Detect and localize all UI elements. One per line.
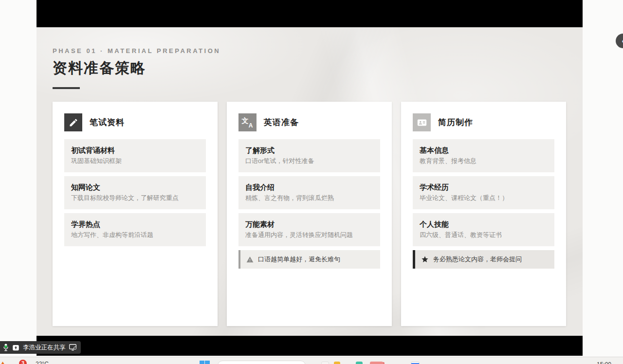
item-desc: 准备通用内容，灵活转换应对随机问题 [245, 230, 373, 240]
page-title: 资料准备策略 [53, 58, 567, 78]
letterbox-bottom [37, 336, 583, 356]
list-item: 初试背诵材料 巩固基础知识框架 [64, 139, 206, 172]
list-item: 学术经历 毕业论文、课程论文（重点！） [413, 176, 554, 209]
slide-content: PHASE 01 · MATERIAL PREPARATION 资料准备策略 笔… [37, 27, 583, 326]
weather-temperature[interactable]: 22°C [36, 361, 49, 364]
item-title: 知网论文 [71, 182, 199, 192]
card-english-prep: 英语准备 了解形式 口语or笔试，针对性准备 自我介绍 精炼、言之有物，背到滚瓜… [227, 102, 392, 326]
card-written-materials: 笔试资料 初试背诵材料 巩固基础知识框架 知网论文 下载目标院校导师论文，了解研… [53, 102, 218, 326]
card-title: 英语准备 [264, 117, 299, 128]
translate-icon [238, 113, 257, 131]
item-desc: 口语or笔试，针对性准备 [245, 156, 373, 166]
taskbar-app-icon[interactable] [370, 362, 383, 364]
item-desc: 巩固基础知识框架 [71, 156, 199, 166]
screen-share-banner: 李浩业正在共享 [0, 341, 81, 354]
list-item: 个人技能 四六级、普通话、教资等证书 [413, 213, 554, 246]
list-item: 基本信息 教育背景、报考信息 [413, 139, 554, 172]
list-item: 自我介绍 精炼、言之有物，背到滚瓜烂熟 [238, 176, 380, 209]
taskbar: 3 22°C 15:00 [0, 357, 623, 364]
list-item: 万能素材 准备通用内容，灵活转换应对随机问题 [238, 213, 380, 246]
letterbox-top [37, 0, 583, 27]
item-desc: 毕业论文、课程论文（重点！） [420, 193, 548, 203]
item-title: 学术经历 [420, 182, 548, 192]
weather-icon[interactable] [0, 362, 6, 364]
item-desc: 四六级、普通话、教资等证书 [420, 230, 548, 240]
item-desc: 精炼、言之有物，背到滚瓜烂熟 [245, 193, 373, 203]
item-desc: 下载目标院校导师论文，了解研究重点 [71, 193, 199, 203]
presentation-slide: PHASE 01 · MATERIAL PREPARATION 资料准备策略 笔… [37, 27, 583, 336]
notification-badge[interactable]: 3 [18, 359, 27, 364]
tip-note: 口语越简单越好，避免长难句 [238, 250, 380, 269]
card-title: 简历制作 [438, 117, 473, 128]
item-title: 万能素材 [245, 219, 373, 229]
item-title: 自我介绍 [245, 182, 373, 192]
item-title: 基本信息 [420, 145, 548, 155]
note-text: 口语越简单越好，避免长难句 [258, 255, 340, 264]
shared-monitor-icon[interactable] [69, 344, 76, 351]
translate-glyph [242, 117, 254, 128]
taskbar-clock[interactable]: 15:00 [597, 361, 611, 364]
slide-eyebrow: PHASE 01 · MATERIAL PREPARATION [53, 47, 567, 55]
title-underline [53, 87, 80, 89]
list-item: 了解形式 口语or笔试，针对性准备 [238, 139, 380, 172]
taskbar-app-icon[interactable] [356, 362, 363, 364]
item-desc: 地方写作、非虚构等前沿话题 [71, 230, 199, 240]
item-title: 了解形式 [245, 145, 373, 155]
taskbar-app-icon[interactable] [321, 362, 329, 364]
pencil-icon [64, 113, 82, 131]
taskbar-app-icon[interactable] [334, 362, 340, 364]
warning-icon [246, 256, 254, 263]
microphone-icon[interactable] [3, 344, 9, 351]
id-card-icon [413, 113, 431, 131]
highlight-note: 务必熟悉论文内容，老师会提问 [413, 250, 554, 269]
item-title: 个人技能 [420, 219, 548, 229]
share-screen-icon[interactable] [12, 344, 19, 351]
cards-row: 笔试资料 初试背诵材料 巩固基础知识框架 知网论文 下载目标院校导师论文，了解研… [53, 102, 567, 326]
item-desc: 教育背景、报考信息 [420, 156, 548, 166]
card-header: 英语准备 [238, 113, 380, 131]
screen: PHASE 01 · MATERIAL PREPARATION 资料准备策略 笔… [0, 0, 623, 364]
star-icon [421, 255, 429, 263]
card-resume-making: 简历制作 基本信息 教育背景、报考信息 学术经历 毕业论文、课程论文（重点！） … [401, 102, 566, 326]
note-text: 务必熟悉论文内容，老师会提问 [433, 255, 522, 264]
taskbar-search-input[interactable] [218, 361, 306, 364]
list-item: 学界热点 地方写作、非虚构等前沿话题 [64, 213, 206, 246]
item-title: 初试背诵材料 [71, 145, 199, 155]
share-banner-text: 李浩业正在共享 [23, 344, 66, 352]
card-header: 简历制作 [413, 113, 554, 131]
card-title: 笔试资料 [90, 117, 125, 128]
card-header: 笔试资料 [64, 113, 206, 131]
panel-expand-button[interactable]: ‹ [616, 34, 623, 48]
item-title: 学界热点 [71, 219, 199, 229]
windows-start-icon[interactable] [200, 361, 210, 364]
taskbar-app-icon[interactable] [411, 362, 420, 364]
list-item: 知网论文 下载目标院校导师论文，了解研究重点 [64, 176, 206, 209]
